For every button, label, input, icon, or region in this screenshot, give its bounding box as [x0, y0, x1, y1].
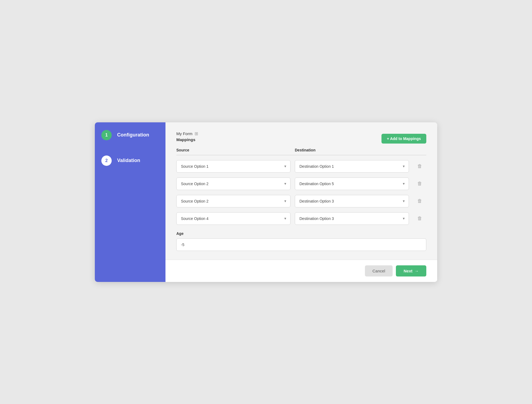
next-button[interactable]: Next →: [396, 265, 426, 276]
destination-select-wrapper-3: Destination Option 1 Destination Option …: [295, 195, 409, 207]
destination-select-2[interactable]: Destination Option 1 Destination Option …: [295, 178, 409, 190]
destination-col-header: Destination: [295, 148, 413, 152]
footer: Cancel Next →: [165, 260, 437, 282]
sidebar: 1 Configuration 2 Validation: [95, 122, 165, 282]
cancel-button[interactable]: Cancel: [365, 265, 393, 276]
source-col-header: Source: [176, 148, 295, 152]
section-title: Mappings: [176, 137, 198, 142]
destination-select-wrapper-4: Destination Option 1 Destination Option …: [295, 212, 409, 225]
mapping-row-1: Source Option 1 Source Option 2 Source O…: [176, 160, 426, 173]
form-header: My Form ⊞ Mappings + Add to Mappings: [176, 131, 426, 146]
sidebar-label-validation: Validation: [117, 158, 140, 163]
age-input[interactable]: [176, 238, 426, 251]
main-window: 1 Configuration 2 Validation My Form: [95, 122, 437, 282]
sidebar-item-validation[interactable]: 2 Validation: [95, 148, 165, 173]
destination-select-3[interactable]: Destination Option 1 Destination Option …: [295, 195, 409, 207]
step-badge-2: 2: [101, 156, 112, 166]
next-label: Next: [403, 269, 412, 273]
source-select-wrapper-4: Source Option 1 Source Option 2 Source O…: [176, 212, 290, 225]
source-select-3[interactable]: Source Option 1 Source Option 2 Source O…: [177, 195, 290, 207]
content-area: My Form ⊞ Mappings + Add to Mappings Sou…: [165, 122, 437, 260]
source-select-wrapper-3: Source Option 1 Source Option 2 Source O…: [176, 195, 290, 207]
form-title: My Form: [176, 131, 192, 136]
source-select-wrapper-2: Source Option 1 Source Option 2 Source O…: [176, 178, 290, 190]
mapping-table: Source Destination Source Option 1 Sourc…: [176, 148, 426, 225]
source-select-wrapper-1: Source Option 1 Source Option 2 Source O…: [176, 160, 290, 173]
table-header: Source Destination: [176, 148, 426, 155]
mapping-row-4: Source Option 1 Source Option 2 Source O…: [176, 212, 426, 225]
age-section: Age: [176, 231, 426, 251]
form-title-row: My Form ⊞: [176, 131, 198, 136]
delete-row-3-button[interactable]: 🗑: [413, 197, 426, 205]
form-table-icon: ⊞: [195, 131, 198, 136]
sidebar-label-configuration: Configuration: [117, 132, 149, 138]
source-select-4[interactable]: Source Option 1 Source Option 2 Source O…: [177, 213, 290, 225]
step-badge-1: 1: [101, 130, 112, 140]
destination-select-wrapper-1: Destination Option 1 Destination Option …: [295, 160, 409, 173]
destination-select-1[interactable]: Destination Option 1 Destination Option …: [295, 160, 409, 172]
source-select-1[interactable]: Source Option 1 Source Option 2 Source O…: [177, 160, 290, 172]
delete-row-4-button[interactable]: 🗑: [413, 215, 426, 222]
age-label: Age: [176, 231, 426, 236]
delete-row-1-button[interactable]: 🗑: [413, 162, 426, 170]
add-to-mappings-button[interactable]: + Add to Mappings: [381, 134, 426, 144]
main-content: My Form ⊞ Mappings + Add to Mappings Sou…: [165, 122, 437, 282]
next-arrow-icon: →: [415, 269, 419, 273]
source-select-2[interactable]: Source Option 1 Source Option 2 Source O…: [177, 178, 290, 190]
destination-select-wrapper-2: Destination Option 1 Destination Option …: [295, 178, 409, 190]
destination-select-4[interactable]: Destination Option 1 Destination Option …: [295, 213, 409, 225]
sidebar-item-configuration[interactable]: 1 Configuration: [95, 122, 165, 148]
delete-row-2-button[interactable]: 🗑: [413, 180, 426, 188]
mapping-row-2: Source Option 1 Source Option 2 Source O…: [176, 178, 426, 190]
mapping-row-3: Source Option 1 Source Option 2 Source O…: [176, 195, 426, 207]
